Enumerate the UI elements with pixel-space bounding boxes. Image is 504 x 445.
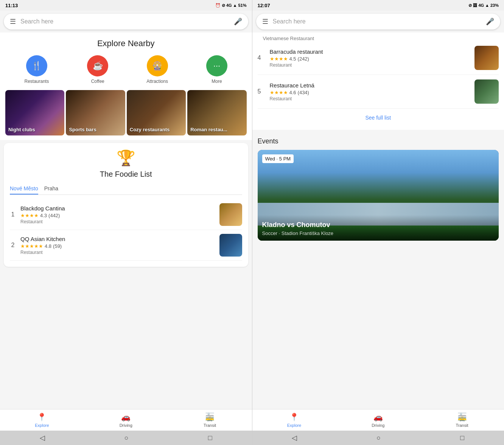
cozy-item[interactable]: Cozy restaurants <box>127 90 186 135</box>
explore-label-right: Explore <box>287 423 301 428</box>
explore-section: Explore Nearby 🍴 Restaurants ☕ Coffee 🎡 … <box>0 33 252 140</box>
events-title: Events <box>258 137 499 145</box>
recent-btn-left[interactable]: □ <box>208 434 212 442</box>
recent-btn-right[interactable]: □ <box>460 434 464 442</box>
network-right: 4G <box>478 3 484 8</box>
event-card[interactable]: Wed · 5 PM Kladno vs Chomutov Soccer · S… <box>258 150 499 241</box>
list-item[interactable]: 1 Blackdog Cantina ★★★★ 4.3 (442) Restau… <box>10 199 242 230</box>
review-count-2: (59) <box>53 243 62 249</box>
event-venue: Soccer · Stadion Františka Kloze <box>262 230 495 236</box>
menu-icon-right[interactable]: ☰ <box>262 17 268 26</box>
bottom-nav-right: 📍 Explore 🚗 Driving 🚋 Transit <box>252 409 504 431</box>
restaurants-label: Restaurants <box>25 79 49 84</box>
nav-driving-left[interactable]: 🚗 Driving <box>84 412 168 428</box>
mic-icon-left[interactable]: 🎤 <box>234 17 242 26</box>
roman-item[interactable]: Roman restau... <box>187 90 246 135</box>
tab-nove-mesto[interactable]: Nové Město <box>10 183 38 194</box>
dnd-icon: ⊘ <box>222 3 225 8</box>
bottom-nav-left: 📍 Explore 🚗 Driving 🚋 Transit <box>0 409 252 431</box>
more-circle: ··· <box>206 55 227 76</box>
list-type-1: Restaurant <box>20 219 215 224</box>
rest-thumb-4 <box>474 46 499 70</box>
nav-explore-right[interactable]: 📍 Explore <box>252 412 336 428</box>
home-btn-left[interactable]: ○ <box>124 434 129 442</box>
explore-icon-left: 📍 <box>37 412 47 422</box>
list-num-2: 2 <box>10 242 16 249</box>
explore-title: Explore Nearby <box>5 39 247 48</box>
list-thumb-1 <box>219 203 242 226</box>
driving-icon-right: 🚗 <box>373 412 383 422</box>
category-icons: 🍴 Restaurants ☕ Coffee 🎡 Attractions ···… <box>5 55 247 84</box>
foodie-title: The Foodie List <box>10 170 242 179</box>
signal-icon: ▲ <box>233 3 237 8</box>
nav-driving-right[interactable]: 🚗 Driving <box>336 412 420 428</box>
transit-icon-left: 🚋 <box>205 412 215 422</box>
events-section: Events Wed · 5 PM Kladno vs Chomutov Soc… <box>252 133 504 245</box>
search-bar-right[interactable]: ☰ Search here 🎤 <box>256 14 501 30</box>
driving-icon-left: 🚗 <box>121 412 131 422</box>
list-type-2: Restaurant <box>20 250 215 255</box>
cat-attractions[interactable]: 🎡 Attractions <box>146 55 168 84</box>
roman-label: Roman restau... <box>190 127 227 132</box>
list-item-2[interactable]: 2 QQ Asian Kitchen ★★★★★ 4.8 (59) Restau… <box>10 230 242 261</box>
transit-label-right: Transit <box>456 423 468 428</box>
rest-rating-4: ★★★★ 4.5 (242) <box>270 56 470 62</box>
more-label: More <box>212 79 222 84</box>
list-thumb-2 <box>219 234 242 257</box>
driving-label-right: Driving <box>372 423 384 428</box>
tab-praha[interactable]: Praha <box>44 183 58 194</box>
rating-val-2: 4.8 <box>45 243 51 249</box>
menu-icon-left[interactable]: ☰ <box>10 17 16 26</box>
scroll-hint: Vietnamese Restaurant <box>258 33 499 41</box>
status-bar-right: 12:07 ⊘ 🖼 4G ▲ 23% <box>252 0 504 11</box>
rest-item-4[interactable]: 4 Barracuda restaurant ★★★★ 4.5 (242) Re… <box>258 41 499 75</box>
sportsbars-item[interactable]: Sports bars <box>66 90 125 135</box>
stars-2: ★★★★★ <box>20 243 43 249</box>
rest-stars-4: ★★★★ <box>270 56 288 62</box>
rest-name-4: Barracuda restaurant <box>270 48 470 55</box>
rest-name-5: Restaurace Letná <box>270 82 470 89</box>
review-count-1: (442) <box>48 213 60 218</box>
mic-icon-right[interactable]: 🎤 <box>486 17 494 26</box>
trophy-icon: 🏆 <box>10 149 242 167</box>
rating-val-1: 4.3 <box>40 213 47 218</box>
nav-transit-left[interactable]: 🚋 Transit <box>168 412 252 428</box>
list-rating-1: ★★★★ 4.3 (442) <box>20 213 215 218</box>
explore-icon-right: 📍 <box>289 412 299 422</box>
search-bar-left[interactable]: ☰ Search here 🎤 <box>4 14 248 30</box>
status-icons-right: ⊘ 🖼 4G ▲ 23% <box>468 3 499 8</box>
restaurant-list-section: Vietnamese Restaurant 4 Barracuda restau… <box>252 33 504 130</box>
home-btn-right[interactable]: ○ <box>376 434 381 442</box>
time-right: 12:07 <box>258 3 270 8</box>
time-left: 11:13 <box>5 3 18 8</box>
cat-more[interactable]: ··· More <box>206 55 227 84</box>
cat-restaurants[interactable]: 🍴 Restaurants <box>25 55 49 84</box>
alarm-icon: ⏰ <box>215 3 221 8</box>
rest-thumb-5 <box>474 79 499 104</box>
phone-content-right: Vietnamese Restaurant 4 Barracuda restau… <box>252 33 504 409</box>
nav-explore-left[interactable]: 📍 Explore <box>0 412 84 428</box>
status-bar-left: 11:13 ⏰ ⊘ 4G ▲ 51% <box>0 0 252 11</box>
nav-transit-right[interactable]: 🚋 Transit <box>420 412 504 428</box>
rest-info-5: Restaurace Letná ★★★★ 4.6 (434) Restaura… <box>270 82 470 101</box>
back-btn-left[interactable]: ◁ <box>40 434 45 442</box>
signal-icon-right: ▲ <box>485 3 489 8</box>
search-placeholder-right[interactable]: Search here <box>273 18 482 25</box>
rest-num-4: 4 <box>258 54 265 61</box>
stars-1: ★★★★ <box>20 213 39 218</box>
rest-item-5[interactable]: 5 Restaurace Letná ★★★★ 4.6 (434) Restau… <box>258 75 499 109</box>
event-time: Wed · 5 PM <box>262 154 294 163</box>
battery-left: 51% <box>238 3 246 8</box>
rest-rating-val-4: 4.5 <box>289 56 296 62</box>
coffee-label: Coffee <box>91 79 104 84</box>
battery-right: 23% <box>490 3 499 8</box>
sportsbars-label: Sports bars <box>69 127 96 132</box>
coffee-circle: ☕ <box>87 55 108 76</box>
cat-coffee[interactable]: ☕ Coffee <box>87 55 108 84</box>
attractions-circle: 🎡 <box>147 55 168 76</box>
see-full-list[interactable]: See full list <box>258 109 499 127</box>
search-placeholder-left[interactable]: Search here <box>20 18 229 25</box>
back-btn-right[interactable]: ◁ <box>292 434 297 442</box>
nightclubs-item[interactable]: Night clubs <box>5 90 64 135</box>
list-rating-2: ★★★★★ 4.8 (59) <box>20 243 215 249</box>
